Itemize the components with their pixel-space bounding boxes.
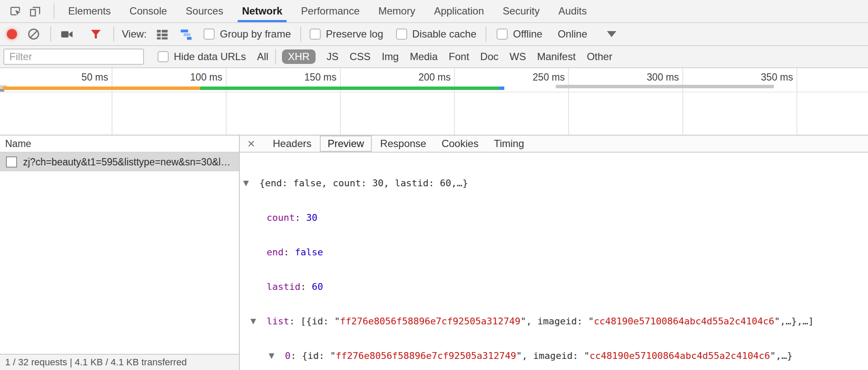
divider — [54, 3, 55, 19]
tab-sources[interactable]: Sources — [176, 0, 233, 22]
view-label: View: — [122, 28, 147, 40]
detail-tab-headers[interactable]: Headers — [266, 136, 319, 152]
tree-line-item-0[interactable]: ▼0: {id: "ff276e8056f58896e7cf92505a3127… — [240, 349, 868, 362]
json-key: end — [267, 247, 284, 257]
clear-requests-icon[interactable] — [28, 29, 39, 40]
hide-data-urls-checkbox[interactable] — [158, 51, 169, 62]
detail-tab-label: Timing — [494, 138, 524, 150]
ruler-divider — [0, 92, 868, 92]
offline-label: Offline — [513, 28, 542, 40]
tab-audits[interactable]: Audits — [549, 0, 596, 22]
filter-manifest[interactable]: Manifest — [537, 51, 576, 63]
filter-js[interactable]: JS — [327, 51, 339, 63]
network-main: Name zj?ch=beauty&t1=595&listtype=new&sn… — [0, 136, 868, 370]
filter-doc[interactable]: Doc — [480, 51, 499, 63]
offline-checkbox[interactable] — [497, 29, 508, 40]
network-overview[interactable]: 50 ms 100 ms 150 ms 200 ms 250 ms 300 ms… — [0, 68, 868, 136]
name-column-header[interactable]: Name — [0, 136, 239, 153]
disable-cache-checkbox[interactable] — [396, 29, 407, 40]
filter-media[interactable]: Media — [410, 51, 437, 63]
waterfall-view-icon[interactable] — [177, 24, 197, 44]
filter-all[interactable]: All — [257, 51, 268, 63]
tick-label: 350 ms — [687, 72, 793, 83]
tab-memory[interactable]: Memory — [369, 0, 425, 22]
group-by-frame-checkbox[interactable] — [204, 29, 215, 40]
tab-security[interactable]: Security — [493, 0, 549, 22]
device-toolbar-icon[interactable] — [26, 1, 45, 21]
tab-performance[interactable]: Performance — [292, 0, 369, 22]
tab-application[interactable]: Application — [425, 0, 493, 22]
close-icon[interactable]: × — [247, 137, 255, 150]
json-string: ff276e8056f58896e7cf92505a312749 — [340, 316, 520, 327]
filter-other[interactable]: Other — [587, 51, 612, 63]
filter-ws[interactable]: WS — [509, 51, 526, 63]
json-colon: : — [295, 212, 306, 223]
tree-line[interactable]: end: false — [240, 246, 868, 259]
filter-icon[interactable] — [86, 24, 106, 44]
detail-tab-label: Cookies — [442, 138, 479, 150]
record-button[interactable] — [7, 29, 17, 39]
network-throttling-select[interactable]: Online — [558, 28, 587, 40]
json-preview-tree: ▼{end: false, count: 30, lastid: 60,…} c… — [240, 153, 868, 369]
tab-console[interactable]: Console — [120, 0, 176, 22]
request-row-selected[interactable]: zj?ch=beauty&t1=595&listtype=new&sn=30&l… — [0, 153, 239, 171]
detail-tabbar: × Headers Preview Response Cookies Timin… — [240, 136, 868, 153]
name-header-label: Name — [5, 138, 31, 150]
tab-label: Elements — [68, 5, 111, 17]
tick-label: 50 ms — [2, 72, 108, 83]
divider — [300, 26, 301, 42]
gridline — [226, 68, 227, 135]
overview-bar-gray — [556, 85, 774, 88]
filter-img[interactable]: Img — [382, 51, 399, 63]
tick-label: 200 ms — [344, 72, 451, 83]
divider — [50, 26, 51, 42]
expand-arrow-icon[interactable]: ▼ — [243, 176, 259, 190]
overview-bar-green — [200, 87, 499, 90]
request-name: zj?ch=beauty&t1=595&listtype=new&sn=30&l… — [23, 156, 230, 168]
tab-label: Performance — [301, 5, 359, 17]
tab-network[interactable]: Network — [233, 0, 292, 22]
tab-elements[interactable]: Elements — [59, 0, 120, 22]
large-rows-view-icon[interactable] — [152, 24, 172, 44]
expand-arrow-icon[interactable]: ▼ — [250, 315, 267, 328]
filter-xhr[interactable]: XHR — [282, 49, 316, 64]
capture-screenshots-icon[interactable] — [57, 24, 77, 44]
inspect-element-icon[interactable] — [6, 1, 26, 21]
request-count-summary: 1 / 32 requests | 4.1 KB / 4.1 KB transf… — [5, 357, 187, 368]
tab-label: Console — [129, 5, 167, 17]
divider — [486, 26, 486, 42]
hide-data-urls-label: Hide data URLs — [174, 51, 246, 63]
network-toolbar: View: Group by frame Preserve log Disabl… — [0, 23, 868, 46]
tree-line[interactable]: lastid: 60 — [240, 280, 868, 293]
filter-css[interactable]: CSS — [350, 51, 371, 63]
request-detail-pane: × Headers Preview Response Cookies Timin… — [240, 136, 868, 370]
tree-line[interactable]: count: 30 — [240, 211, 868, 224]
expand-arrow-icon[interactable]: ▼ — [269, 349, 285, 362]
chevron-down-icon[interactable] — [607, 31, 616, 37]
preserve-log-checkbox[interactable] — [310, 29, 321, 40]
tick-label: 300 ms — [572, 72, 679, 83]
tab-label: Memory — [378, 5, 415, 17]
tree-line-list[interactable]: ▼list: [{id: "ff276e8056f58896e7cf92505a… — [240, 315, 868, 328]
detail-tab-timing[interactable]: Timing — [487, 136, 531, 152]
detail-tab-label: Headers — [273, 138, 312, 150]
json-colon: : — [290, 350, 302, 361]
tab-label: Sources — [186, 5, 223, 17]
tab-label: Network — [242, 5, 282, 17]
preserve-log-label: Preserve log — [326, 28, 383, 40]
detail-tab-cookies[interactable]: Cookies — [435, 136, 486, 152]
json-number: 30 — [306, 212, 318, 223]
json-preview-text: {end: false, count: 30, lastid: 60,…} — [259, 178, 468, 188]
gridline — [568, 68, 569, 135]
gridline — [340, 68, 341, 135]
filter-input[interactable] — [3, 49, 144, 65]
group-by-frame-label: Group by frame — [220, 28, 291, 40]
detail-tab-response[interactable]: Response — [374, 136, 433, 152]
detail-tab-preview[interactable]: Preview — [320, 136, 371, 152]
json-preview-text: ",…} — [770, 350, 793, 361]
filter-font[interactable]: Font — [449, 51, 469, 63]
detail-tab-label: Response — [380, 138, 426, 150]
json-boolean: false — [295, 247, 323, 257]
tree-line-root[interactable]: ▼{end: false, count: 30, lastid: 60,…} — [240, 176, 868, 190]
json-string: cc48190e57100864abc4d55a2c4104c6 — [589, 350, 770, 361]
